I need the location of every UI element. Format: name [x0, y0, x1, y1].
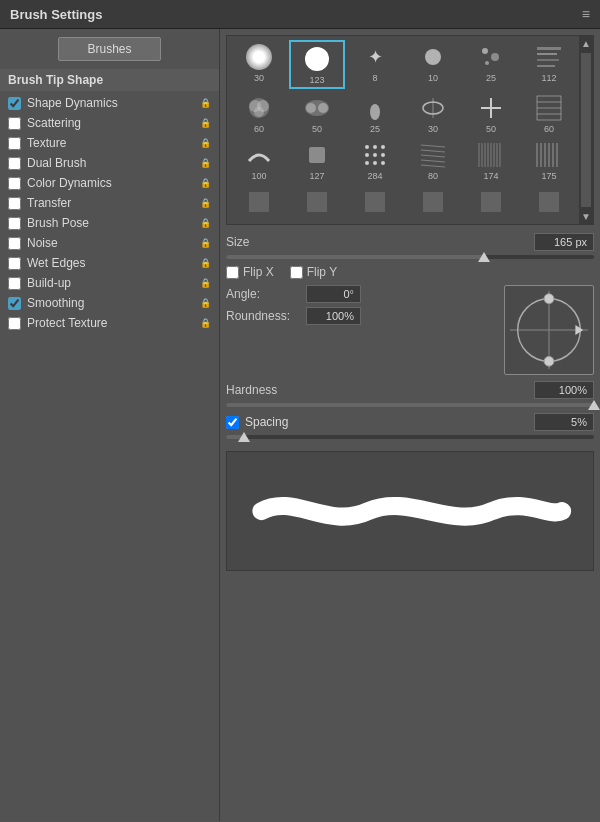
size-slider[interactable]	[226, 255, 594, 259]
flip-y-checkbox[interactable]	[290, 266, 303, 279]
roundness-value[interactable]: 100%	[306, 307, 361, 325]
checkbox-2[interactable]	[8, 137, 21, 150]
brush-shape	[476, 42, 506, 72]
right-panel: 30123✦8102511260502530506010012728480174…	[220, 29, 600, 821]
angle-circle-widget[interactable]	[504, 285, 594, 375]
scrollbar-track[interactable]	[581, 53, 591, 207]
brush-cell[interactable]: 60	[521, 91, 577, 136]
scroll-up-icon[interactable]: ▲	[579, 36, 593, 51]
lock-icon: 🔒	[200, 278, 211, 288]
brush-number: 127	[309, 171, 324, 181]
checkbox-9[interactable]	[8, 277, 21, 290]
svg-point-12	[306, 103, 316, 113]
flip-x-label[interactable]: Flip X	[226, 265, 274, 279]
brush-cell[interactable]: 25	[463, 40, 519, 89]
checkbox-4[interactable]	[8, 177, 21, 190]
svg-marker-58	[575, 325, 583, 335]
menu-icon[interactable]: ≡	[582, 6, 590, 22]
brush-cell[interactable]: 175	[521, 138, 577, 183]
hardness-slider-thumb[interactable]	[588, 400, 600, 410]
panel-item-label: Wet Edges	[27, 256, 196, 270]
size-slider-track[interactable]	[226, 255, 594, 259]
panel-item-brush-pose[interactable]: Brush Pose🔒	[0, 213, 219, 233]
spacing-checkbox[interactable]	[226, 416, 239, 429]
brush-cell[interactable]: 50	[463, 91, 519, 136]
panel-item-transfer[interactable]: Transfer🔒	[0, 193, 219, 213]
brush-cell[interactable]	[405, 185, 461, 220]
brush-number: 10	[428, 73, 438, 83]
panel-item-protect-texture[interactable]: Protect Texture🔒	[0, 313, 219, 333]
size-value[interactable]: 165 px	[534, 233, 594, 251]
panel-item-build-up[interactable]: Build-up🔒	[0, 273, 219, 293]
lock-icon: 🔒	[200, 98, 211, 108]
hardness-label: Hardness	[226, 383, 306, 397]
brush-cell[interactable]: 284	[347, 138, 403, 183]
brush-cell[interactable]: 10	[405, 40, 461, 89]
brush-cell[interactable]: 123	[289, 40, 345, 89]
brush-cell[interactable]: 127	[289, 138, 345, 183]
brush-cell[interactable]	[463, 185, 519, 220]
checkbox-6[interactable]	[8, 217, 21, 230]
brush-cell[interactable]: 174	[463, 138, 519, 183]
panel-item-dual-brush[interactable]: Dual Brush🔒	[0, 153, 219, 173]
svg-rect-5	[537, 59, 559, 61]
roundness-label: Roundness:	[226, 309, 306, 323]
checkbox-5[interactable]	[8, 197, 21, 210]
brush-grid-scrollbar[interactable]: ▲ ▼	[579, 36, 593, 224]
panel-item-shape-dynamics[interactable]: Shape Dynamics🔒	[0, 93, 219, 113]
brush-cell[interactable]: ✦8	[347, 40, 403, 89]
flip-y-label[interactable]: Flip Y	[290, 265, 337, 279]
brush-cell[interactable]: 112	[521, 40, 577, 89]
checkbox-3[interactable]	[8, 157, 21, 170]
spacing-slider-track[interactable]	[226, 435, 594, 439]
panel-item-label: Scattering	[27, 116, 196, 130]
brush-cell[interactable]: 25	[347, 91, 403, 136]
hardness-slider-track[interactable]	[226, 403, 594, 407]
panel-item-color-dynamics[interactable]: Color Dynamics🔒	[0, 173, 219, 193]
brush-cell[interactable]	[521, 185, 577, 220]
brush-cell[interactable]: 30	[405, 91, 461, 136]
brush-cell[interactable]: 80	[405, 138, 461, 183]
checkbox-0[interactable]	[8, 97, 21, 110]
brush-number: 100	[251, 171, 266, 181]
panel-item-scattering[interactable]: Scattering🔒	[0, 113, 219, 133]
panel-item-label: Protect Texture	[27, 316, 196, 330]
brush-number: 30	[428, 124, 438, 134]
spacing-slider-thumb[interactable]	[238, 432, 250, 442]
panel-item-wet-edges[interactable]: Wet Edges🔒	[0, 253, 219, 273]
checkbox-8[interactable]	[8, 257, 21, 270]
svg-rect-6	[537, 65, 555, 67]
checkbox-7[interactable]	[8, 237, 21, 250]
brush-cell[interactable]: 60	[231, 91, 287, 136]
checkbox-10[interactable]	[8, 297, 21, 310]
brush-cell[interactable]	[231, 185, 287, 220]
scroll-down-icon[interactable]: ▼	[579, 209, 593, 224]
brush-cell[interactable]	[347, 185, 403, 220]
hardness-slider[interactable]	[226, 403, 594, 407]
panel-item-smoothing[interactable]: Smoothing🔒	[0, 293, 219, 313]
spacing-checkbox-label[interactable]: Spacing	[226, 415, 534, 429]
brush-cell[interactable]: 30	[231, 40, 287, 89]
brush-shape	[244, 93, 274, 123]
svg-point-14	[370, 104, 380, 120]
panel-item-noise[interactable]: Noise🔒	[0, 233, 219, 253]
brush-number: 25	[370, 124, 380, 134]
svg-point-10	[254, 107, 264, 117]
flip-x-checkbox[interactable]	[226, 266, 239, 279]
brush-cell[interactable]: 100	[231, 138, 287, 183]
brush-cell[interactable]: 50	[289, 91, 345, 136]
hardness-value[interactable]: 100%	[534, 381, 594, 399]
spacing-value[interactable]: 5%	[534, 413, 594, 431]
angle-value[interactable]: 0°	[306, 285, 361, 303]
brush-shape	[534, 140, 564, 170]
svg-point-28	[373, 153, 377, 157]
size-slider-thumb[interactable]	[478, 252, 490, 262]
checkbox-1[interactable]	[8, 117, 21, 130]
brush-cell[interactable]	[289, 185, 345, 220]
checkbox-11[interactable]	[8, 317, 21, 330]
title-bar: Brush Settings ≡	[0, 0, 600, 29]
panel-item-texture[interactable]: Texture🔒	[0, 133, 219, 153]
brush-shape	[244, 187, 274, 217]
spacing-slider[interactable]	[226, 435, 594, 439]
brushes-button[interactable]: Brushes	[58, 37, 160, 61]
